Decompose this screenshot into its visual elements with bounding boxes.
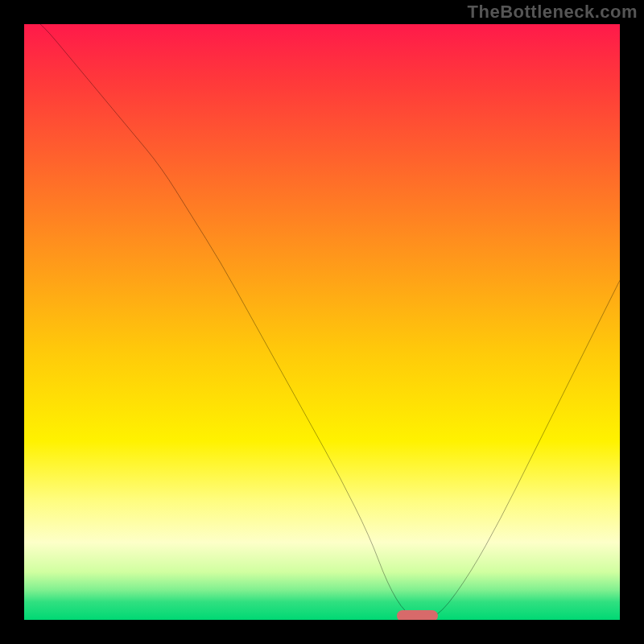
plot-area (24, 24, 620, 620)
watermark-text: TheBottleneck.com (468, 2, 638, 23)
optimal-point-marker (397, 610, 439, 620)
chart-container: TheBottleneck.com (0, 0, 644, 644)
bottleneck-curve (24, 24, 620, 620)
